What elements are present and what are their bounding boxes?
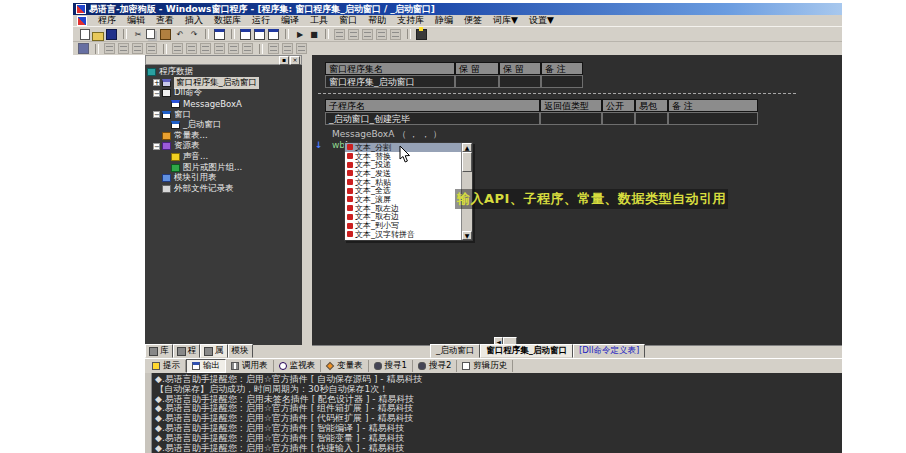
same-width-icon[interactable] [172,43,183,54]
sub-name-cell[interactable]: _启动窗口_创建完毕 [325,112,540,125]
tree-item-assembly[interactable]: + 窗口程序集_启动窗口 [145,78,302,89]
toolbar-separator [259,44,263,54]
tab-properties[interactable]: 属 [200,344,228,358]
tab-modules[interactable]: 模块 [228,344,253,358]
menu-lexicon[interactable]: 词库▼ [493,14,518,27]
same-height-icon[interactable] [186,43,197,54]
scroll-down-icon[interactable]: ▼ [462,231,472,240]
tree-item-constants[interactable]: 常量表... [145,131,302,142]
tab-call-table[interactable]: 调用表 [226,360,274,372]
tile-horizontal-icon[interactable] [240,29,251,40]
public-cell[interactable] [602,112,635,125]
align-top-icon[interactable] [132,43,143,54]
align-left-icon[interactable] [104,43,115,54]
menu-view[interactable]: 查看 [156,14,174,27]
save-all-icon[interactable] [78,43,89,54]
tree-item-resources[interactable]: − 资源表 [145,141,302,152]
cascade-windows-icon[interactable] [268,29,279,40]
code-line-messagebox[interactable]: MessageBoxA （ ， ， ） [332,128,442,141]
save-icon[interactable] [106,29,117,40]
space-horizontal-icon[interactable] [228,43,239,54]
menu-notes[interactable]: 便签 [464,14,482,27]
tab-support-lib[interactable]: 库 [145,344,173,358]
tab-assembly-start-window[interactable]: 窗口程序集_启动窗口 [480,344,573,358]
tab-start-window[interactable]: _启动窗口 [430,344,480,358]
center-horizontal-icon[interactable] [200,43,211,54]
tab-clip-history[interactable]: 剪辑历史 [457,360,513,372]
tab-watch-table[interactable]: 监视表 [274,360,322,372]
expand-box[interactable]: − [153,90,160,97]
redo-icon[interactable]: ↷ [188,29,200,40]
package-cell[interactable] [635,112,668,125]
breakpoint-icon[interactable] [390,29,401,40]
reserved-cell[interactable] [455,75,499,88]
assembly-name-cell[interactable]: 窗口程序集_启动窗口 [325,75,455,88]
open-icon[interactable] [92,32,104,41]
code-editor[interactable]: 窗口程序集名 保 留 保 留 备 注 窗口程序集_启动窗口 子程序名 返回值类型… [312,55,842,345]
same-size-icon[interactable] [268,43,279,54]
expand-box[interactable]: + [153,79,160,86]
menu-tools[interactable]: 工具 [310,14,328,27]
panel-splitter[interactable] [302,55,312,358]
module-ref-icon [162,174,171,182]
cut-icon[interactable]: ✂ [132,29,144,40]
function-icon [347,214,353,220]
menu-help[interactable]: 帮助 [368,14,386,27]
menu-settings[interactable]: 设置▼ [529,14,554,27]
new-icon[interactable] [80,29,90,40]
copy-icon[interactable] [146,29,155,39]
step-into-icon[interactable] [348,29,359,40]
menu-support-lib[interactable]: 支持库 [397,14,424,27]
log-resize-strip[interactable] [145,373,152,453]
tree-item-dll[interactable]: − Dll命令 [145,88,302,99]
tree-item-windows[interactable]: − 窗口 [145,109,302,120]
send-back-icon[interactable] [296,43,307,54]
align-bottom-icon[interactable] [146,43,157,54]
space-vertical-icon[interactable] [242,43,253,54]
tab-search-2[interactable]: 搜寻2 [413,360,457,372]
menu-window[interactable]: 窗口 [339,14,357,27]
close-panel-button[interactable]: × [290,56,300,65]
bring-front-icon[interactable] [282,43,293,54]
tile-vertical-icon[interactable] [254,29,265,40]
menu-jingbian[interactable]: 静编 [435,14,453,27]
expand-box[interactable]: − [153,143,160,150]
assistant-icon[interactable] [416,29,427,40]
expand-box[interactable]: − [153,111,160,118]
stop-icon[interactable]: ■ [308,29,320,40]
remark-cell[interactable] [541,75,583,88]
tree-item-images[interactable]: 图片或图片组... [145,162,302,173]
undo-icon[interactable]: ↶ [174,29,186,40]
return-type-cell[interactable] [540,112,602,125]
tab-variable-table[interactable]: 变量表 [321,360,369,372]
sub-remark-cell[interactable] [668,112,758,125]
tab-hint[interactable]: 提示 [147,360,186,372]
tab-dll-table[interactable]: [Dll命令定义表] [573,344,645,358]
function-icon [347,205,353,211]
tab-program[interactable]: 程 [173,344,201,358]
tree-item-messageboxa[interactable]: MessageBoxA [145,99,302,110]
run-icon[interactable]: ▶ [294,29,306,40]
center-vertical-icon[interactable] [214,43,225,54]
tree-item-external-files[interactable]: 外部文件记录表 [145,184,302,195]
paste-icon[interactable] [160,29,171,40]
menu-compile[interactable]: 编译 [281,14,299,27]
form-designer-icon[interactable] [214,29,225,40]
autocomplete-item[interactable]: 文本_汉字转拼音 [345,230,461,239]
menu-database[interactable]: 数据库 [214,14,241,27]
menu-program[interactable]: 程序 [98,14,116,27]
step-out-icon[interactable] [362,29,373,40]
tab-output[interactable]: 输出 [186,359,226,373]
pin-panel-button[interactable]: ▪ [279,56,289,65]
scrollbar-thumb[interactable] [462,152,472,172]
tab-search-1[interactable]: 搜寻1 [369,360,413,372]
tree-item-start-window[interactable]: _启动窗口 [145,120,302,131]
reserved-cell[interactable] [499,75,541,88]
scroll-up-icon[interactable]: ▲ [462,143,472,152]
menu-insert[interactable]: 插入 [185,14,203,27]
menu-run[interactable]: 运行 [252,14,270,27]
align-right-icon[interactable] [118,43,129,54]
step-over-icon[interactable] [334,29,345,40]
menu-edit[interactable]: 编辑 [127,14,145,27]
pause-icon[interactable] [376,29,387,40]
